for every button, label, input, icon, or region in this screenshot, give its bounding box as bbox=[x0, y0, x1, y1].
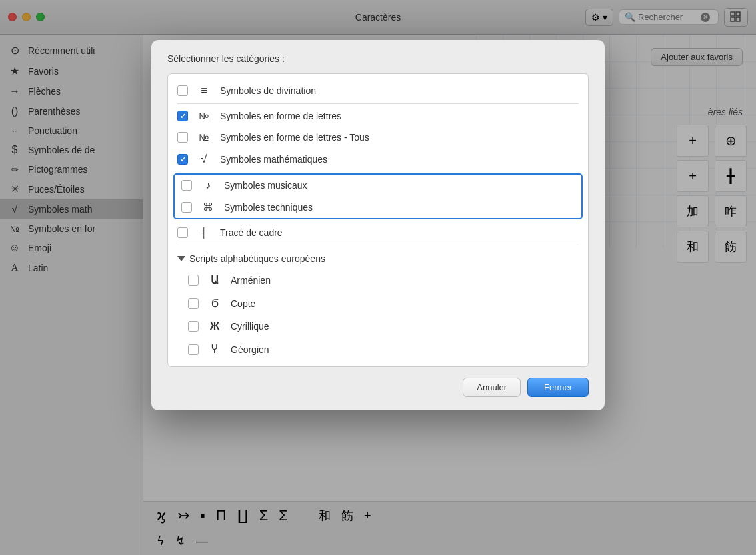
checkbox-divination[interactable] bbox=[177, 85, 188, 96]
section-header-european[interactable]: Scripts alphabétiques européens bbox=[168, 247, 588, 268]
math-symbol-icon: √ bbox=[196, 153, 212, 165]
highlighted-group: ♪ Symboles musicaux ⌘ Symboles technique… bbox=[173, 173, 583, 219]
modal-title: Sélectionner les catégories : bbox=[167, 53, 589, 64]
triangle-icon bbox=[177, 256, 185, 261]
modal-item-label: Géorgien bbox=[231, 344, 269, 355]
modal-item-label: Symboles techniques bbox=[224, 202, 313, 213]
confirm-button[interactable]: Fermer bbox=[527, 378, 589, 397]
category-modal: Sélectionner les catégories : ≡ Symboles… bbox=[151, 40, 605, 410]
modal-list: ≡ Symboles de divination № Symboles en f… bbox=[167, 73, 589, 367]
modal-item-letterlike-all[interactable]: № Symboles en forme de lettres - Tous bbox=[168, 127, 588, 148]
modal-item-divination[interactable]: ≡ Symboles de divination bbox=[168, 79, 588, 102]
modal-item-label: Arménien bbox=[231, 275, 271, 286]
checkbox-armenian[interactable] bbox=[188, 275, 199, 286]
modal-item-music[interactable]: ♪ Symboles musicaux bbox=[175, 175, 581, 196]
checkbox-coptic[interactable] bbox=[188, 298, 199, 309]
divination-icon: ≡ bbox=[196, 85, 212, 97]
modal-item-label: Symboles mathématiques bbox=[220, 154, 327, 165]
cancel-button[interactable]: Annuler bbox=[463, 378, 521, 397]
modal-item-label: Copte bbox=[231, 298, 255, 309]
modal-item-label: Tracé de cadre bbox=[220, 227, 283, 238]
modal-item-armenian[interactable]: Ա Arménien bbox=[168, 268, 588, 292]
checkbox-math[interactable] bbox=[177, 154, 188, 165]
cyrillic-icon: Ж bbox=[207, 320, 223, 332]
section-header-label: Scripts alphabétiques européens bbox=[189, 253, 325, 264]
checkbox-music[interactable] bbox=[181, 180, 192, 191]
box-drawing-icon: ┤ bbox=[196, 227, 212, 238]
modal-overlay: Sélectionner les catégories : ≡ Symboles… bbox=[0, 0, 756, 555]
modal-item-label: Symboles musicaux bbox=[224, 180, 307, 191]
modal-item-label: Symboles en forme de lettres - Tous bbox=[220, 132, 369, 143]
letterlike-all-icon: № bbox=[196, 132, 212, 143]
letterlike-icon: № bbox=[196, 111, 212, 121]
georgian-icon: Ⴤ bbox=[207, 343, 223, 356]
checkbox-letterlike[interactable] bbox=[177, 111, 188, 121]
technical-icon: ⌘ bbox=[200, 201, 216, 213]
checkbox-letterlike-all[interactable] bbox=[177, 132, 188, 143]
divider bbox=[177, 103, 579, 104]
coptic-icon: Ϭ bbox=[207, 297, 223, 310]
checkbox-technical[interactable] bbox=[181, 202, 192, 213]
armenian-icon: Ա bbox=[207, 273, 223, 286]
checkbox-cyrillic[interactable] bbox=[188, 321, 199, 332]
modal-item-technical[interactable]: ⌘ Symboles techniques bbox=[175, 196, 581, 218]
modal-item-math[interactable]: √ Symboles mathématiques bbox=[168, 148, 588, 171]
music-icon: ♪ bbox=[200, 179, 216, 191]
modal-item-box[interactable]: ┤ Tracé de cadre bbox=[168, 222, 588, 243]
modal-item-coptic[interactable]: Ϭ Copte bbox=[168, 292, 588, 315]
modal-item-label: Symboles en forme de lettres bbox=[220, 111, 341, 121]
checkbox-box[interactable] bbox=[177, 227, 188, 238]
modal-item-cyrillic[interactable]: Ж Cyrillique bbox=[168, 315, 588, 338]
modal-item-label: Symboles de divination bbox=[220, 85, 316, 96]
section-divider bbox=[177, 245, 579, 245]
modal-item-letterlike[interactable]: № Symboles en forme de lettres bbox=[168, 105, 588, 127]
checkbox-georgian[interactable] bbox=[188, 344, 199, 355]
modal-item-georgian[interactable]: Ⴤ Géorgien bbox=[168, 338, 588, 361]
modal-footer: Annuler Fermer bbox=[167, 378, 589, 397]
modal-item-label: Cyrillique bbox=[231, 321, 269, 332]
